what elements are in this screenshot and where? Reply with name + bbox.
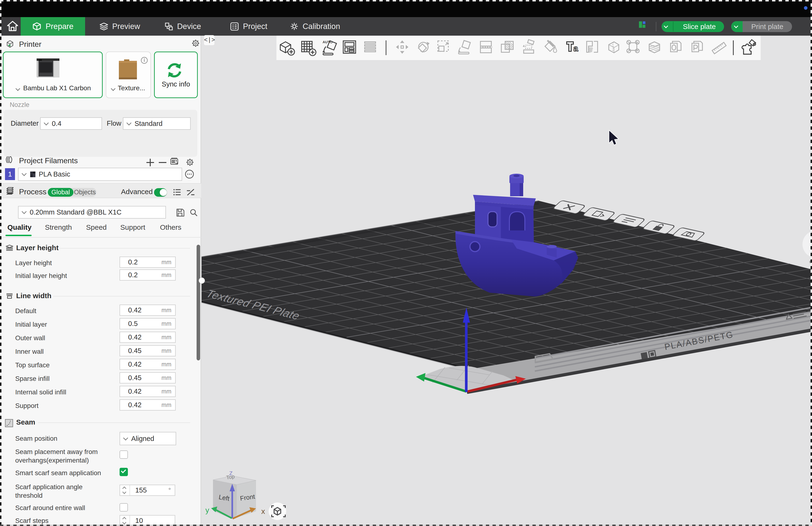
svg-text:AUTO: AUTO (322, 40, 333, 44)
svg-text:z: z (229, 469, 233, 477)
svg-text:a: a (573, 44, 578, 53)
svg-text:y: y (205, 506, 209, 514)
svg-text:x: x (261, 507, 265, 515)
